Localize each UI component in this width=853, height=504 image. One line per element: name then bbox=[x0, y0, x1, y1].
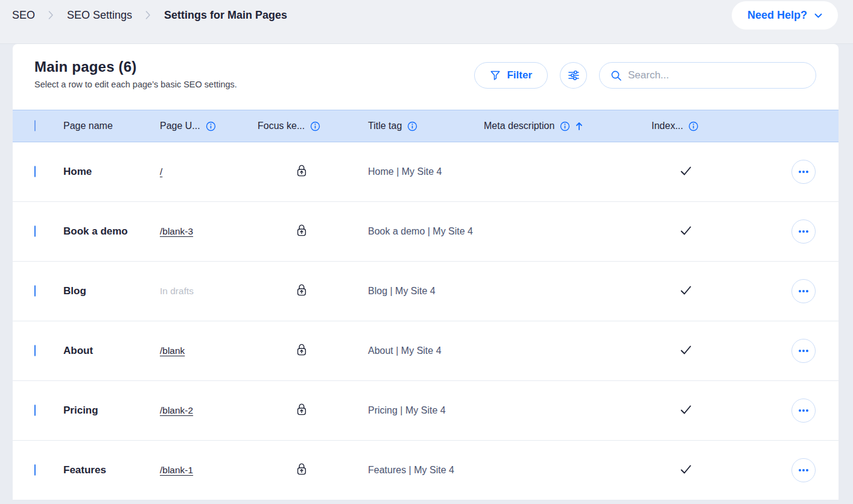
breadcrumb: SEO SEO Settings Settings for Main Pages bbox=[12, 7, 287, 24]
column-title-tag[interactable]: Title tag bbox=[368, 121, 402, 131]
page-name-cell: About bbox=[63, 345, 93, 356]
search-icon bbox=[610, 70, 622, 81]
locked-keyword-icon bbox=[296, 462, 307, 476]
filter-button[interactable]: Filter bbox=[474, 62, 548, 89]
page-url-draft-label: In drafts bbox=[160, 286, 194, 296]
table-body: Home / Home | My Site 4 bbox=[13, 142, 839, 500]
search-input[interactable] bbox=[628, 69, 805, 81]
indexed-check-icon bbox=[680, 464, 692, 474]
locked-keyword-icon bbox=[296, 224, 307, 237]
row-checkbox[interactable] bbox=[34, 285, 36, 297]
indexed-check-icon bbox=[680, 405, 692, 415]
table-row[interactable]: Features /blank-1 Features | My Site 4 bbox=[13, 441, 839, 500]
page-name-cell: Book a demo bbox=[63, 225, 128, 237]
more-options-button[interactable] bbox=[791, 339, 816, 363]
filter-funnel-icon bbox=[490, 70, 501, 81]
page-name-cell: Pricing bbox=[63, 405, 98, 416]
more-options-icon bbox=[798, 468, 809, 472]
locked-keyword-icon bbox=[296, 283, 307, 297]
column-focus-keyword[interactable]: Focus ke... bbox=[258, 121, 305, 131]
column-page-url[interactable]: Page U... bbox=[160, 121, 200, 131]
more-options-icon bbox=[798, 170, 809, 174]
column-meta-description[interactable]: Meta description bbox=[484, 121, 554, 131]
row-checkbox[interactable] bbox=[34, 405, 36, 416]
info-icon[interactable] bbox=[206, 121, 216, 131]
need-help-button[interactable]: Need Help? bbox=[732, 1, 838, 30]
more-options-icon bbox=[798, 230, 809, 233]
select-all-checkbox[interactable] bbox=[34, 120, 36, 131]
locked-keyword-icon bbox=[296, 164, 307, 177]
info-icon[interactable] bbox=[688, 121, 699, 131]
page-url-link[interactable]: /blank bbox=[160, 345, 185, 356]
more-options-button[interactable] bbox=[791, 458, 816, 482]
table-header-row: Page name Page U... Focus ke... Title ta… bbox=[13, 110, 839, 142]
table-row[interactable]: Book a demo /blank-3 Book a demo | My Si… bbox=[13, 202, 839, 262]
page-url-link[interactable]: /blank-1 bbox=[160, 465, 193, 475]
info-icon[interactable] bbox=[407, 121, 417, 131]
breadcrumb-seo[interactable]: SEO bbox=[12, 9, 35, 22]
breadcrumb-seo-settings[interactable]: SEO Settings bbox=[67, 9, 132, 22]
info-icon[interactable] bbox=[560, 121, 570, 131]
more-options-button[interactable] bbox=[791, 219, 816, 244]
locked-keyword-icon bbox=[296, 403, 307, 416]
page-name-cell: Features bbox=[63, 464, 106, 476]
indexed-check-icon bbox=[680, 225, 692, 236]
title-tag-cell: Book a demo | My Site 4 bbox=[368, 226, 473, 236]
customize-columns-button[interactable] bbox=[560, 62, 587, 89]
sliders-icon bbox=[567, 69, 580, 82]
table-row[interactable]: Blog In drafts Blog | My Site 4 bbox=[13, 262, 839, 321]
title-tag-cell: About | My Site 4 bbox=[368, 345, 442, 356]
more-options-icon bbox=[798, 289, 809, 293]
breadcrumb-current-page: Settings for Main Pages bbox=[164, 9, 287, 22]
table-row[interactable]: Pricing /blank-2 Pricing | My Site 4 bbox=[13, 381, 839, 441]
chevron-down-icon bbox=[814, 13, 822, 18]
indexed-check-icon bbox=[680, 345, 692, 355]
top-bar: SEO SEO Settings Settings for Main Pages… bbox=[0, 0, 853, 44]
title-tag-cell: Blog | My Site 4 bbox=[368, 286, 436, 296]
more-options-button[interactable] bbox=[791, 279, 816, 303]
locked-keyword-icon bbox=[296, 343, 307, 356]
row-checkbox[interactable] bbox=[34, 166, 36, 177]
table-toolbar: Filter bbox=[474, 62, 816, 89]
title-tag-cell: Features | My Site 4 bbox=[368, 465, 454, 475]
indexed-check-icon bbox=[680, 166, 692, 176]
indexed-check-icon bbox=[680, 285, 692, 295]
page-url-link[interactable]: /blank-2 bbox=[160, 405, 193, 415]
more-options-icon bbox=[798, 409, 809, 412]
panel-header: Main pages (6) Select a row to edit each… bbox=[13, 44, 839, 110]
row-checkbox[interactable] bbox=[34, 225, 36, 237]
table-row[interactable]: Home / Home | My Site 4 bbox=[13, 142, 839, 202]
chevron-right-icon bbox=[48, 10, 54, 20]
page-url-link[interactable]: /blank-3 bbox=[160, 226, 193, 236]
table-row[interactable]: About /blank About | My Site 4 bbox=[13, 321, 839, 381]
chevron-right-icon bbox=[145, 10, 151, 20]
page-name-cell: Blog bbox=[63, 285, 86, 297]
column-index[interactable]: Index... bbox=[652, 121, 683, 131]
row-checkbox[interactable] bbox=[34, 345, 36, 356]
filter-label: Filter bbox=[507, 69, 532, 81]
more-options-icon bbox=[798, 349, 809, 353]
search-field[interactable] bbox=[599, 62, 816, 89]
more-options-button[interactable] bbox=[791, 398, 816, 423]
main-pages-panel: Main pages (6) Select a row to edit each… bbox=[13, 44, 839, 500]
page-url-link[interactable]: / bbox=[160, 166, 162, 177]
sort-ascending-icon[interactable] bbox=[576, 122, 583, 131]
title-tag-cell: Home | My Site 4 bbox=[368, 166, 442, 177]
need-help-label: Need Help? bbox=[747, 9, 807, 22]
info-icon[interactable] bbox=[310, 121, 320, 131]
page-name-cell: Home bbox=[63, 166, 92, 177]
row-checkbox[interactable] bbox=[34, 464, 36, 476]
column-page-name[interactable]: Page name bbox=[63, 121, 113, 131]
more-options-button[interactable] bbox=[791, 160, 816, 184]
title-tag-cell: Pricing | My Site 4 bbox=[368, 405, 446, 415]
